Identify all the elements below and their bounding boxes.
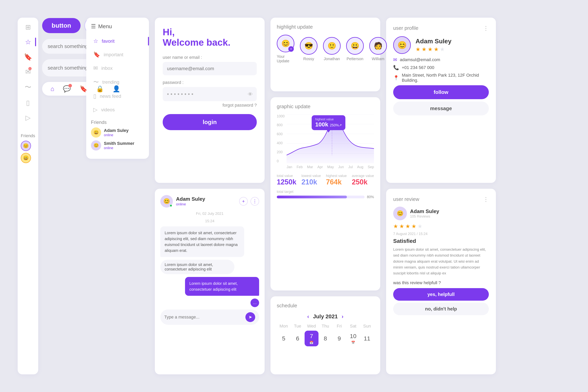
stat-lowest-value: 210k <box>302 178 321 186</box>
sidebar-video-icon[interactable]: ▷ <box>26 114 30 122</box>
sidebar-friend-2[interactable]: 😊 Smith Summer online <box>91 140 144 150</box>
message-typing-indicator: … <box>250 298 259 307</box>
profile-name-stars: Adam Suley ★ ★ ★ ★ ★ <box>416 38 452 52</box>
highlight-name-4: William <box>372 57 384 61</box>
sidebar-bookmark-icon[interactable]: 🔖 <box>24 53 32 61</box>
review-name: Adam Suley <box>410 208 439 214</box>
cal-day-11[interactable]: 11 <box>360 331 374 346</box>
sidebar-trending[interactable]: 〜 trending <box>91 75 144 90</box>
sidebar-mail-icon[interactable]: ✉ 1 <box>25 68 31 76</box>
review-header: user review ⋮ <box>393 196 489 203</box>
sidebar-feed-icon[interactable]: ▯ <box>26 99 30 106</box>
calendar-next-icon[interactable]: › <box>342 314 344 320</box>
highlight-title: highlight update <box>277 24 374 30</box>
send-message-button[interactable]: ➤ <box>246 312 255 322</box>
messenger-status: online <box>176 202 205 206</box>
calendar-month-year: July 2021 <box>313 314 338 320</box>
nav-bookmark-icon[interactable]: 🔖 <box>80 85 88 92</box>
trending-icon: 〜 <box>93 78 99 86</box>
profile-stars: ★ ★ ★ ★ ★ <box>416 46 452 52</box>
videos-icon: ▷ <box>93 106 98 113</box>
email-input[interactable] <box>163 62 257 75</box>
sidebar-friend-1[interactable]: 😀 Adam Suley online <box>91 128 144 138</box>
profile-section-title: user profile <box>393 25 418 31</box>
no-helpful-button[interactable]: no, didn't help <box>393 302 489 315</box>
review-count: 105 Reviews <box>410 214 439 218</box>
yes-helpful-button[interactable]: yes, helpfull <box>393 288 489 301</box>
graphic-title: graphic update <box>277 104 374 110</box>
sidebar-home-icon[interactable]: ⊞ <box>25 23 31 31</box>
sidebar-friend-name-2: Smith Summer <box>104 141 134 146</box>
sidebar-friend-avatar-2: 😊 <box>91 140 101 150</box>
sidebar-friend-name-1: Adam Suley <box>104 128 128 133</box>
follow-button[interactable]: follow <box>393 85 489 99</box>
calendar-prev-icon[interactable]: ‹ <box>307 314 309 320</box>
messenger-avatar: 😊 <box>160 195 173 208</box>
highlight-avatar-1: 😎 <box>300 37 318 55</box>
review-avatar: 😊 <box>393 206 407 220</box>
sidebar-inbox[interactable]: ✉ inbox <box>91 61 144 75</box>
sidebar-trend-icon[interactable]: 〜 <box>25 83 31 92</box>
highlight-item-1[interactable]: 😎 Rossy <box>300 37 318 61</box>
newsfeed-icon: ▯ <box>93 93 96 99</box>
sidebar-newsfeed[interactable]: ▯ news feed <box>91 90 144 103</box>
sidebar-mini: ⊞ ☆ 🔖 ✉ 1 〜 ▯ ▷ Friends 😊 😀 <box>18 18 38 374</box>
message-button[interactable]: message <box>393 102 489 116</box>
nav-chat-icon[interactable]: 💬 <box>63 85 71 92</box>
stat-highest-label: highest value <box>326 174 347 178</box>
cal-day-9[interactable]: 9 <box>332 331 346 346</box>
sidebar-friends-heading: Friends <box>91 120 144 125</box>
sidebar-friend-avatar-1: 😀 <box>91 128 101 138</box>
sidebar-important[interactable]: 🔖 important <box>91 48 144 61</box>
friend-avatar-1[interactable]: 😊 <box>21 141 31 151</box>
message-bubble-1: Lorem ipsum dolor sit amet, consectetuer… <box>160 226 244 257</box>
review-star-2: ★ <box>399 223 404 230</box>
message-input[interactable] <box>164 314 243 320</box>
profile-phone: +01 234 567 000 <box>402 65 434 70</box>
login-greeting: Hi, Welcome back. <box>163 27 257 48</box>
forgot-password-link[interactable]: forgot password ? <box>163 103 257 108</box>
sidebar-friend-status-2: online <box>104 146 134 150</box>
chart-tooltip-value: 100k <box>315 121 328 128</box>
password-toggle-icon[interactable]: 👁 <box>248 91 253 98</box>
password-input[interactable] <box>163 87 257 101</box>
sidebar-full-panel: ☰ Menu ☆ favorit 🔖 important ✉ inbox 〜 t… <box>86 18 149 374</box>
sidebar-star-icon[interactable]: ☆ <box>25 38 31 46</box>
highlight-item-4[interactable]: 🧑 William <box>369 37 387 61</box>
sidebar-videos[interactable]: ▷ videos <box>91 103 144 116</box>
profile-address: Main Street, North Park 123, 12F Orchid … <box>402 73 489 83</box>
cal-day-10[interactable]: 10 📅 <box>346 331 360 346</box>
chart-area: highest value 100k 250%↗ <box>286 114 374 163</box>
chart-progress-fill <box>277 196 347 198</box>
star-3: ★ <box>428 46 432 52</box>
highlight-item-2[interactable]: 🙂 Jonathan <box>323 37 341 61</box>
review-more-icon[interactable]: ⋮ <box>483 196 489 203</box>
login-button[interactable]: login <box>163 114 257 130</box>
highlight-item-3[interactable]: 😀 Petterson <box>346 37 364 61</box>
solid-button[interactable]: button <box>42 18 80 33</box>
highlight-item-0[interactable]: 😊 + Your Update <box>277 35 294 63</box>
profile-more-icon[interactable]: ⋮ <box>483 25 489 32</box>
sidebar-favorit[interactable]: ☆ favorit <box>91 34 144 48</box>
hamburger-icon: ☰ <box>91 23 96 30</box>
stat-highest-value: 764k <box>326 178 347 186</box>
profile-name: Adam Suley <box>416 38 452 45</box>
location-icon: 📍 <box>393 75 399 80</box>
cal-day-6[interactable]: 6 <box>291 331 304 346</box>
cal-day-7[interactable]: 7 📅 <box>304 331 318 346</box>
nav-home-icon[interactable]: ⌂ <box>50 85 54 92</box>
password-label: password : <box>163 80 257 85</box>
stat-total-label: total value <box>277 174 296 178</box>
friend-avatar-2[interactable]: 😀 <box>21 153 31 163</box>
star-4: ★ <box>434 46 439 52</box>
highlight-add-icon[interactable]: + <box>288 46 294 52</box>
messenger-add-btn[interactable]: + <box>239 197 248 206</box>
cal-day-5[interactable]: 5 <box>277 331 291 346</box>
highlight-avatar-3: 😀 <box>346 37 364 55</box>
review-section-title: user review <box>393 196 419 202</box>
messenger-more-btn[interactable]: ⋮ <box>250 197 259 206</box>
review-info-row: 😊 Adam Suley 105 Reviews <box>393 206 489 220</box>
highlight-avatar-0: 😊 + <box>277 35 294 52</box>
highlight-update-card: highlight update 😊 + Your Update 😎 Rossy… <box>270 18 380 91</box>
cal-day-8[interactable]: 8 <box>318 331 332 346</box>
